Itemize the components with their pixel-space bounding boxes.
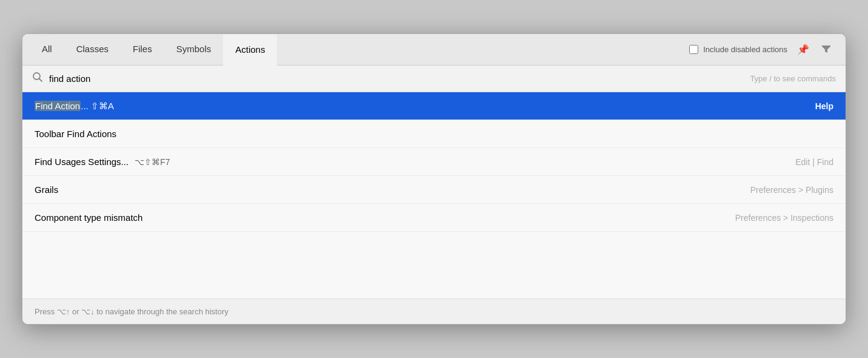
include-disabled-checkbox[interactable]	[689, 45, 698, 54]
search-input[interactable]	[49, 73, 744, 84]
item-category: Preferences > Inspections	[735, 213, 833, 223]
result-item-grails[interactable]: Grails Preferences > Plugins	[22, 176, 846, 204]
item-category: Help	[815, 101, 833, 111]
result-empty-area	[22, 232, 846, 299]
tab-actions[interactable]: Actions	[223, 35, 277, 66]
status-bar: Press ⌥↑ or ⌥↓ to navigate through the s…	[22, 299, 846, 324]
tab-symbols[interactable]: Symbols	[164, 34, 224, 65]
search-hint: Type / to see commands	[750, 74, 836, 83]
filter-icon[interactable]	[819, 41, 833, 58]
pin-icon[interactable]: 📌	[795, 42, 812, 57]
find-action-window: All Classes Files Symbols Actions Includ…	[22, 33, 846, 325]
result-item-component-mismatch[interactable]: Component type mismatch Preferences > In…	[22, 204, 846, 232]
item-name: Toolbar Find Actions	[35, 129, 116, 139]
search-icon	[32, 72, 43, 86]
result-item-toolbar[interactable]: Toolbar Find Actions	[22, 120, 846, 148]
tab-bar: All Classes Files Symbols Actions Includ…	[22, 34, 846, 66]
include-disabled-label[interactable]: Include disabled actions	[689, 45, 787, 54]
item-name-highlight: Find Action	[35, 101, 81, 111]
tab-right-controls: Include disabled actions 📌	[689, 34, 838, 65]
item-shortcut: ⌥⇧⌘F7	[135, 157, 170, 167]
item-name: Grails	[35, 184, 58, 195]
item-name: Find Action... ⇧⌘A	[35, 101, 114, 112]
item-name: Find Usages Settings... ⌥⇧⌘F7	[35, 157, 170, 167]
svg-line-1	[39, 79, 42, 82]
item-category: Preferences > Plugins	[750, 185, 833, 195]
search-bar: Type / to see commands	[22, 66, 846, 92]
tab-files[interactable]: Files	[121, 34, 164, 65]
result-item-find-action[interactable]: Find Action... ⇧⌘A Help	[22, 92, 846, 120]
result-list: Find Action... ⇧⌘A Help Toolbar Find Act…	[22, 92, 846, 299]
tab-all[interactable]: All	[30, 34, 64, 65]
item-left: Find Action... ⇧⌘A	[35, 101, 114, 112]
tab-classes[interactable]: Classes	[64, 34, 121, 65]
result-item-find-usages[interactable]: Find Usages Settings... ⌥⇧⌘F7 Edit | Fin…	[22, 148, 846, 176]
item-category: Edit | Find	[795, 157, 833, 167]
item-name: Component type mismatch	[35, 212, 142, 223]
status-text: Press ⌥↑ or ⌥↓ to navigate through the s…	[35, 307, 229, 316]
